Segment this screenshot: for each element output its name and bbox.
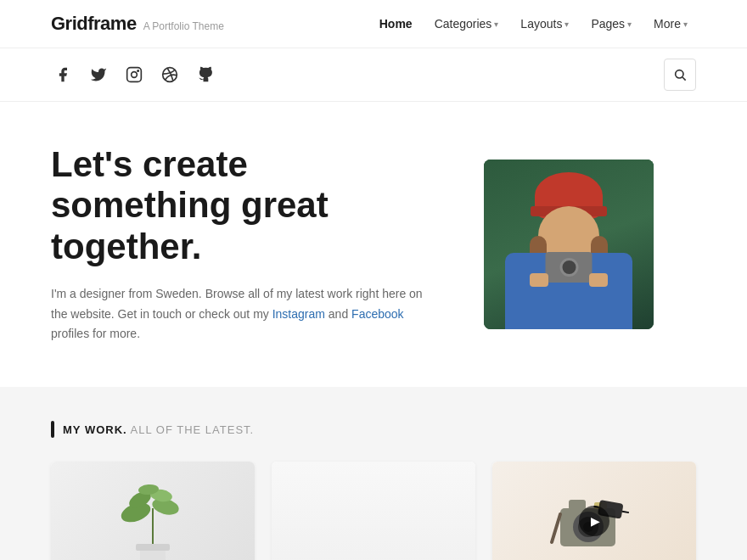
work-grid: Things You Can Do With CSS Today Food / … xyxy=(51,462,696,560)
svg-point-2 xyxy=(138,70,138,71)
svg-point-4 xyxy=(676,70,683,78)
social-icons xyxy=(51,63,217,87)
social-bar xyxy=(0,48,747,102)
logo-area: Gridframe A Portfolio Theme xyxy=(51,13,224,35)
chevron-down-icon: ▾ xyxy=(494,20,498,29)
hero-text: Let's create something great together. I… xyxy=(51,144,433,344)
hero-description: I'm a designer from Sweden. Browse all o… xyxy=(51,284,433,344)
svg-line-20 xyxy=(552,514,560,542)
hero-section: Let's create something great together. I… xyxy=(0,102,747,387)
logo[interactable]: Gridframe xyxy=(51,13,137,35)
work-card[interactable]: Things You Can Do With CSS Today Food / … xyxy=(51,462,255,560)
svg-line-5 xyxy=(682,77,686,81)
work-section: MY WORK. ALL OF THE LATEST. xyxy=(0,387,747,560)
chevron-down-icon: ▾ xyxy=(627,20,632,29)
section-header: MY WORK. ALL OF THE LATEST. xyxy=(51,421,696,438)
search-button[interactable] xyxy=(664,59,696,91)
header: Gridframe A Portfolio Theme Home Categor… xyxy=(0,0,747,48)
nav-categories[interactable]: Categories ▾ xyxy=(426,12,508,36)
card-image: ▶ xyxy=(492,462,696,560)
hero-portrait xyxy=(484,160,654,329)
chevron-down-icon: ▾ xyxy=(564,20,569,29)
nav-layouts[interactable]: Layouts ▾ xyxy=(512,12,577,36)
dribbble-icon[interactable] xyxy=(158,63,182,87)
instagram-icon[interactable] xyxy=(122,63,146,87)
svg-rect-18 xyxy=(569,500,586,510)
twitter-icon[interactable] xyxy=(87,63,110,87)
hero-title: Let's create something great together. xyxy=(51,144,433,267)
svg-rect-0 xyxy=(127,68,142,82)
nav-more[interactable]: More ▾ xyxy=(645,12,696,36)
section-bar-decoration xyxy=(51,421,54,438)
tagline: A Portfolio Theme xyxy=(143,20,224,32)
section-title: MY WORK. ALL OF THE LATEST. xyxy=(63,423,254,436)
instagram-link[interactable]: Instagram xyxy=(272,307,325,321)
svg-point-1 xyxy=(132,72,138,78)
facebook-icon[interactable] xyxy=(51,63,75,87)
github-icon[interactable] xyxy=(194,63,217,87)
work-card[interactable] xyxy=(272,462,475,560)
card-image xyxy=(51,462,255,560)
play-icon[interactable]: ▶ xyxy=(579,506,609,536)
chevron-down-icon: ▾ xyxy=(683,20,688,29)
facebook-link[interactable]: Facebook xyxy=(351,307,403,321)
svg-line-24 xyxy=(622,512,629,512)
card-image xyxy=(272,462,475,560)
main-nav: Home Categories ▾ Layouts ▾ Pages ▾ More… xyxy=(371,12,696,36)
svg-rect-7 xyxy=(136,544,170,551)
nav-home[interactable]: Home xyxy=(371,12,421,36)
work-card[interactable]: ▶ Combining Design And Psychology ... Ge… xyxy=(492,462,696,560)
nav-pages[interactable]: Pages ▾ xyxy=(582,12,640,36)
plant-illustration xyxy=(115,474,191,560)
